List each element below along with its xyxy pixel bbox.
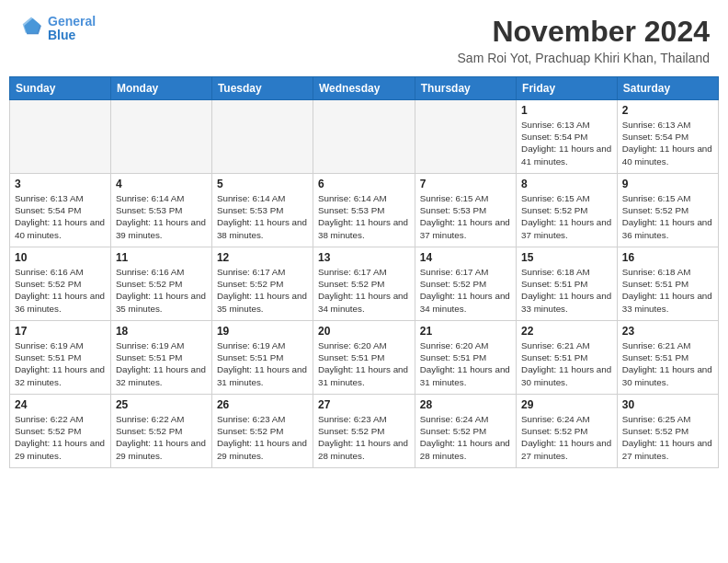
calendar-header-row: Sunday Monday Tuesday Wednesday Thursday… [10,77,719,100]
calendar-week-row: 17Sunrise: 6:19 AM Sunset: 5:51 PM Dayli… [10,321,719,395]
day-info: Sunrise: 6:19 AM Sunset: 5:51 PM Dayligh… [15,339,106,388]
month-title: November 2024 [458,15,710,49]
day-number: 5 [217,178,308,190]
col-wednesday: Wednesday [313,77,415,100]
table-row [211,100,313,174]
table-row: 7Sunrise: 6:15 AM Sunset: 5:53 PM Daylig… [415,174,516,247]
table-row: 25Sunrise: 6:22 AM Sunset: 5:52 PM Dayli… [110,395,211,468]
table-row: 6Sunrise: 6:14 AM Sunset: 5:53 PM Daylig… [313,174,415,247]
day-info: Sunrise: 6:24 AM Sunset: 5:52 PM Dayligh… [521,413,612,462]
table-row: 19Sunrise: 6:19 AM Sunset: 5:51 PM Dayli… [211,321,313,395]
day-number: 23 [622,325,713,338]
day-number: 26 [217,398,308,411]
day-info: Sunrise: 6:18 AM Sunset: 5:51 PM Dayligh… [521,266,612,315]
calendar-week-row: 10Sunrise: 6:16 AM Sunset: 5:52 PM Dayli… [10,247,719,321]
day-info: Sunrise: 6:21 AM Sunset: 5:51 PM Dayligh… [622,339,713,388]
day-number: 7 [420,178,511,190]
day-info: Sunrise: 6:24 AM Sunset: 5:52 PM Dayligh… [420,413,511,462]
day-number: 13 [318,251,410,264]
table-row: 27Sunrise: 6:23 AM Sunset: 5:52 PM Dayli… [313,395,415,468]
day-info: Sunrise: 6:15 AM Sunset: 5:53 PM Dayligh… [420,192,511,241]
logo: General Blue [18,15,96,43]
table-row [10,100,111,174]
day-info: Sunrise: 6:18 AM Sunset: 5:51 PM Dayligh… [622,266,713,315]
day-number: 24 [15,398,106,411]
col-sunday: Sunday [10,77,111,100]
col-tuesday: Tuesday [211,77,313,100]
calendar-week-row: 24Sunrise: 6:22 AM Sunset: 5:52 PM Dayli… [10,395,719,468]
day-info: Sunrise: 6:19 AM Sunset: 5:51 PM Dayligh… [217,339,308,388]
table-row: 22Sunrise: 6:21 AM Sunset: 5:51 PM Dayli… [517,321,618,395]
day-number: 25 [116,398,207,411]
day-number: 29 [521,398,612,411]
day-number: 10 [15,251,106,264]
day-number: 30 [622,398,713,411]
table-row [313,100,415,174]
table-row: 5Sunrise: 6:14 AM Sunset: 5:53 PM Daylig… [211,174,313,247]
table-row: 23Sunrise: 6:21 AM Sunset: 5:51 PM Dayli… [617,321,718,395]
day-info: Sunrise: 6:14 AM Sunset: 5:53 PM Dayligh… [217,192,308,241]
day-info: Sunrise: 6:16 AM Sunset: 5:52 PM Dayligh… [116,266,207,315]
day-number: 21 [420,325,511,338]
day-number: 4 [116,178,207,190]
day-number: 3 [15,178,106,190]
day-info: Sunrise: 6:22 AM Sunset: 5:52 PM Dayligh… [116,413,207,462]
table-row [415,100,516,174]
table-row: 24Sunrise: 6:22 AM Sunset: 5:52 PM Dayli… [10,395,111,468]
table-row: 20Sunrise: 6:20 AM Sunset: 5:51 PM Dayli… [313,321,415,395]
table-row: 18Sunrise: 6:19 AM Sunset: 5:51 PM Dayli… [110,321,211,395]
table-row: 21Sunrise: 6:20 AM Sunset: 5:51 PM Dayli… [415,321,516,395]
table-row: 1Sunrise: 6:13 AM Sunset: 5:54 PM Daylig… [517,100,618,174]
day-info: Sunrise: 6:13 AM Sunset: 5:54 PM Dayligh… [15,192,106,241]
table-row: 28Sunrise: 6:24 AM Sunset: 5:52 PM Dayli… [415,395,516,468]
day-info: Sunrise: 6:16 AM Sunset: 5:52 PM Dayligh… [15,266,106,315]
day-info: Sunrise: 6:23 AM Sunset: 5:52 PM Dayligh… [318,413,410,462]
col-saturday: Saturday [617,77,718,100]
day-number: 12 [217,251,308,264]
day-number: 1 [521,104,612,117]
day-info: Sunrise: 6:13 AM Sunset: 5:54 PM Dayligh… [521,119,612,167]
day-number: 22 [521,325,612,338]
table-row: 8Sunrise: 6:15 AM Sunset: 5:52 PM Daylig… [517,174,618,247]
logo-text: General Blue [48,15,96,43]
day-number: 27 [318,398,410,411]
table-row: 10Sunrise: 6:16 AM Sunset: 5:52 PM Dayli… [10,247,111,321]
day-number: 11 [116,251,207,264]
svg-marker-2 [23,17,40,33]
table-row: 3Sunrise: 6:13 AM Sunset: 5:54 PM Daylig… [10,174,111,247]
table-row: 11Sunrise: 6:16 AM Sunset: 5:52 PM Dayli… [110,247,211,321]
logo-icon [18,16,44,41]
day-info: Sunrise: 6:22 AM Sunset: 5:52 PM Dayligh… [15,413,106,462]
day-number: 28 [420,398,511,411]
day-info: Sunrise: 6:14 AM Sunset: 5:53 PM Dayligh… [116,192,207,241]
table-row: 29Sunrise: 6:24 AM Sunset: 5:52 PM Dayli… [517,395,618,468]
table-row: 30Sunrise: 6:25 AM Sunset: 5:52 PM Dayli… [617,395,718,468]
table-row: 14Sunrise: 6:17 AM Sunset: 5:52 PM Dayli… [415,247,516,321]
table-row: 9Sunrise: 6:15 AM Sunset: 5:52 PM Daylig… [617,174,718,247]
table-row: 16Sunrise: 6:18 AM Sunset: 5:51 PM Dayli… [617,247,718,321]
day-number: 19 [217,325,308,338]
day-info: Sunrise: 6:25 AM Sunset: 5:52 PM Dayligh… [622,413,713,462]
table-row: 13Sunrise: 6:17 AM Sunset: 5:52 PM Dayli… [313,247,415,321]
col-friday: Friday [517,77,618,100]
day-number: 14 [420,251,511,264]
day-info: Sunrise: 6:19 AM Sunset: 5:51 PM Dayligh… [116,339,207,388]
calendar-table: Sunday Monday Tuesday Wednesday Thursday… [9,76,719,468]
table-row [110,100,211,174]
day-info: Sunrise: 6:20 AM Sunset: 5:51 PM Dayligh… [420,339,511,388]
day-number: 17 [15,325,106,338]
table-row: 12Sunrise: 6:17 AM Sunset: 5:52 PM Dayli… [211,247,313,321]
day-number: 8 [521,178,612,190]
day-info: Sunrise: 6:15 AM Sunset: 5:52 PM Dayligh… [521,192,612,241]
day-info: Sunrise: 6:14 AM Sunset: 5:53 PM Dayligh… [318,192,410,241]
day-info: Sunrise: 6:13 AM Sunset: 5:54 PM Dayligh… [622,119,713,167]
title-block: November 2024 Sam Roi Yot, Prachuap Khir… [458,15,710,65]
day-info: Sunrise: 6:21 AM Sunset: 5:51 PM Dayligh… [521,339,612,388]
day-info: Sunrise: 6:15 AM Sunset: 5:52 PM Dayligh… [622,192,713,241]
page-header: General Blue November 2024 Sam Roi Yot, … [0,0,728,69]
table-row: 17Sunrise: 6:19 AM Sunset: 5:51 PM Dayli… [10,321,111,395]
col-thursday: Thursday [415,77,516,100]
day-number: 15 [521,251,612,264]
col-monday: Monday [110,77,211,100]
table-row: 4Sunrise: 6:14 AM Sunset: 5:53 PM Daylig… [110,174,211,247]
